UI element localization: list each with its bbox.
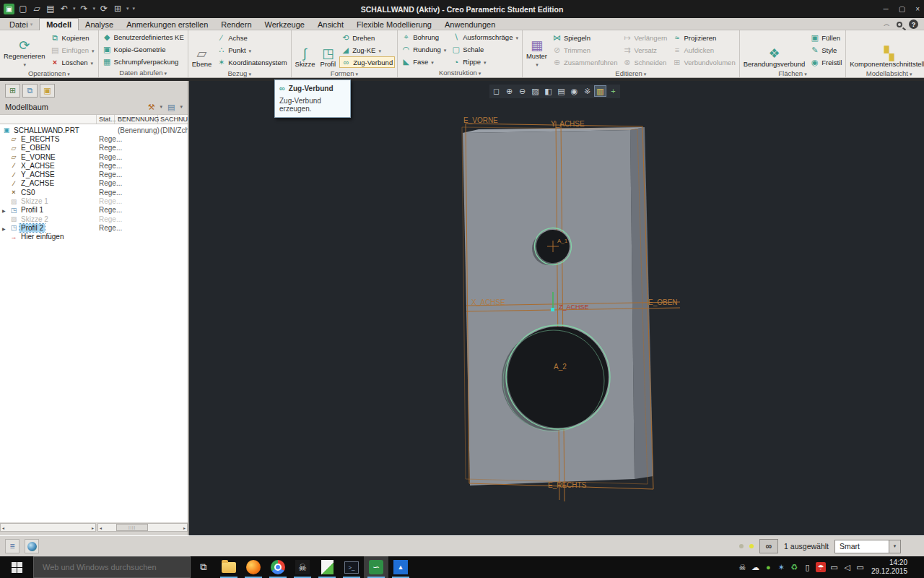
panel-front-face[interactable] bbox=[463, 130, 635, 486]
model-tree-tab[interactable]: ⊞ bbox=[5, 84, 20, 98]
zug-verbund-button[interactable]: ∞Zug-Verbund bbox=[339, 56, 395, 68]
group-label-daten-abrufen[interactable]: Daten abrufen bbox=[101, 68, 186, 77]
open-file-button[interactable]: ▱ bbox=[32, 2, 42, 15]
minimize-button[interactable]: ─ bbox=[884, 5, 889, 13]
group-label-flaechen[interactable]: Flächen bbox=[742, 69, 844, 77]
model-canvas[interactable]: E_VORNE Y_ACHSE X_ACHSE Z_ACHSE E_OBEN A… bbox=[189, 81, 924, 535]
tray-leaf-icon[interactable]: ● bbox=[764, 563, 773, 571]
layer-tree-tab[interactable]: ⧉ bbox=[22, 84, 38, 98]
node-label[interactable]: E_VORNE bbox=[19, 153, 57, 161]
window-switch-button[interactable]: ⊞ bbox=[113, 2, 123, 15]
capture-icon[interactable]: ◉ bbox=[568, 85, 580, 97]
loeschen-button[interactable]: ×Löschen bbox=[49, 56, 96, 68]
tree-column-headers[interactable]: Stat... BENENNUNG SACHNUMMER bbox=[0, 114, 188, 124]
expand-arrow-icon[interactable] bbox=[2, 206, 9, 214]
komponentenschnittstelle-button[interactable]: ▚ Komponentenschnittstelle bbox=[848, 31, 924, 69]
label-e-vorne[interactable]: E_VORNE bbox=[463, 116, 498, 124]
spiegeln-button[interactable]: ⋈Spiegeln bbox=[551, 32, 619, 43]
bohrung-button[interactable]: ⌖Bohrung bbox=[400, 32, 448, 43]
taskbar-terminal[interactable]: >_ bbox=[339, 556, 364, 578]
tree-display-icon[interactable]: ▤ bbox=[167, 103, 175, 112]
zoom-out-icon[interactable]: ⊖ bbox=[516, 85, 528, 97]
taskbar-editor[interactable] bbox=[315, 556, 339, 578]
collapse-ribbon-button[interactable]: ︿ bbox=[884, 20, 890, 29]
tab-modell[interactable]: Modell bbox=[39, 18, 79, 30]
ebene-button[interactable]: ▱ Ebene bbox=[191, 31, 213, 69]
rundung-button[interactable]: ◠Rundung bbox=[400, 44, 448, 56]
taskbar-chrome[interactable] bbox=[266, 556, 290, 578]
tree-row-profil1[interactable]: Profil 1Rege... bbox=[0, 206, 188, 215]
help-icon[interactable]: ? bbox=[909, 20, 918, 29]
tray-sync-icon[interactable]: ✶ bbox=[777, 563, 786, 572]
taskbar-firefox[interactable] bbox=[241, 556, 266, 578]
group-label-editieren[interactable]: Editieren bbox=[525, 69, 737, 77]
node-label[interactable]: CS0 bbox=[19, 189, 36, 197]
window-dropdown[interactable]: ▾ bbox=[126, 6, 129, 12]
tray-volume-icon[interactable]: ◁ bbox=[842, 563, 852, 572]
muster-button[interactable]: ▦ Muster bbox=[525, 31, 549, 69]
spin-center-icon[interactable]: + bbox=[607, 85, 619, 97]
group-label-modellabsicht[interactable]: Modellabsicht bbox=[848, 69, 924, 77]
freistil-button[interactable]: ◉Freistil bbox=[808, 56, 843, 68]
berandungsverbund-button[interactable]: ❖ Berandungsverbund bbox=[742, 31, 807, 69]
tray-game-icon[interactable]: ☠ bbox=[738, 563, 747, 572]
tray-usb-icon[interactable]: ▯ bbox=[803, 563, 812, 572]
node-label[interactable]: X_ACHSE bbox=[19, 162, 56, 170]
new-file-button[interactable]: ▢ bbox=[18, 2, 28, 15]
search-input[interactable] bbox=[34, 563, 190, 571]
tab-flexible-modellierung[interactable]: Flexible Modellierung bbox=[350, 18, 438, 30]
tab-werkzeuge[interactable]: Werkzeuge bbox=[258, 18, 311, 30]
node-label[interactable]: Profil 1 bbox=[19, 206, 45, 214]
save-button[interactable]: ▤ bbox=[45, 2, 56, 15]
node-label-selected[interactable]: Profil 2 bbox=[19, 224, 45, 232]
tab-analyse[interactable]: Analyse bbox=[79, 18, 120, 30]
node-label[interactable]: Y_ACHSE bbox=[19, 171, 56, 178]
profil-button[interactable]: ◳ Profil bbox=[319, 31, 338, 69]
fuellen-button[interactable]: ▣Füllen bbox=[808, 32, 843, 43]
tray-cloud-icon[interactable]: ☁ bbox=[751, 563, 760, 572]
tree-row-axis[interactable]: Z_ACHSERege... bbox=[0, 179, 188, 188]
taskbar-photos[interactable]: ▲ bbox=[388, 556, 413, 578]
saved-orientations-icon[interactable]: ▤ bbox=[555, 85, 567, 97]
label-e-oben[interactable]: E_OBEN bbox=[648, 298, 678, 306]
tree-row-profil2[interactable]: Profil 2Rege... bbox=[0, 223, 188, 232]
tab-anwendungen[interactable]: Anwendungen bbox=[438, 18, 502, 30]
taskbar-game[interactable]: ☠ bbox=[290, 556, 315, 578]
kopieren-button[interactable]: ⧉Kopieren bbox=[49, 32, 96, 43]
tree-scrollbar-left[interactable]: ◂▸ bbox=[0, 523, 96, 532]
search-icon[interactable] bbox=[897, 22, 902, 27]
customize-qat-button[interactable]: ▾ bbox=[133, 6, 136, 12]
koordinatensystem-button[interactable]: ✶Koordinatensystem bbox=[215, 56, 288, 68]
punkt-button[interactable]: ∴Punkt bbox=[215, 44, 288, 56]
label-y-achse[interactable]: Y_ACHSE bbox=[551, 120, 585, 128]
label-a2[interactable]: A_2 bbox=[554, 363, 567, 371]
label-e-rechts[interactable]: E_RECHTS bbox=[548, 481, 587, 489]
taskbar-explorer[interactable] bbox=[217, 556, 241, 578]
group-label-operationen[interactable]: Operationen bbox=[2, 69, 96, 77]
expand-arrow-icon[interactable] bbox=[2, 224, 9, 232]
rippe-button[interactable]: ◔Rippe bbox=[450, 56, 520, 68]
label-a1[interactable]: A_1 bbox=[557, 238, 568, 244]
taskbar-search[interactable] bbox=[33, 556, 191, 578]
dropdown-arrow-icon[interactable]: ▾ bbox=[180, 104, 183, 110]
drehen-button[interactable]: ⟲Drehen bbox=[339, 32, 395, 43]
find-binoculars-button[interactable]: ∞ bbox=[759, 539, 778, 553]
undo-dropdown[interactable]: ▾ bbox=[73, 6, 76, 12]
tray-antivirus-icon[interactable]: ☂ bbox=[816, 562, 826, 572]
regenerieren-button[interactable]: ⟳ Regenerieren bbox=[2, 31, 47, 69]
taskbar-creo[interactable]: ∽ bbox=[364, 556, 388, 578]
tree-row-csys[interactable]: CS0Rege... bbox=[0, 188, 188, 197]
achse-button[interactable]: ∕Achse bbox=[215, 32, 288, 43]
tray-recycle-icon[interactable]: ♻ bbox=[790, 563, 799, 572]
tree-row-sketch[interactable]: Skizze 2Rege... bbox=[0, 215, 188, 223]
column-benennung[interactable]: BENENNUNG bbox=[118, 115, 159, 124]
projizieren-button[interactable]: ≈Projizieren bbox=[671, 32, 736, 43]
tree-settings-icon[interactable]: ⚒ bbox=[148, 103, 155, 112]
tree-row-plane[interactable]: E_VORNERege... bbox=[0, 152, 188, 161]
close-button[interactable]: × bbox=[915, 5, 920, 13]
tab-rendern[interactable]: Rendern bbox=[214, 18, 258, 30]
tab-ansicht[interactable]: Ansicht bbox=[311, 18, 350, 30]
tree-row-insert-here[interactable]: Hier einfügen bbox=[0, 233, 188, 241]
node-label[interactable]: Z_ACHSE bbox=[19, 179, 56, 187]
group-label-bezug[interactable]: Bezug bbox=[191, 69, 289, 77]
